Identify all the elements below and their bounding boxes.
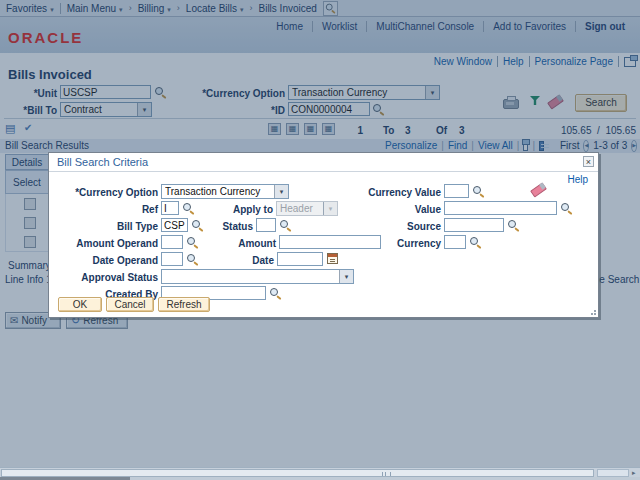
currency-value-label: Currency Value <box>329 186 441 199</box>
dialog-help-link[interactable]: Help <box>567 174 588 185</box>
currency-input[interactable] <box>444 235 466 249</box>
clear-icon[interactable] <box>530 182 547 197</box>
amount-label: Amount <box>179 237 276 250</box>
dialog-title: Bill Search Criteria <box>57 156 148 168</box>
dialog-titlebar: Bill Search Criteria <box>49 153 598 172</box>
approval-status-label: Approval Status <box>49 271 158 284</box>
peoplesoft-window: Favorites Main Menu › Billing › Locate B… <box>0 0 640 480</box>
value-label: Value <box>349 203 441 216</box>
currency-option-select[interactable]: Transaction Currency <box>161 184 289 199</box>
ref-label: Ref <box>49 203 158 216</box>
chevron-down-icon <box>323 202 337 215</box>
source-label: Source <box>349 220 441 233</box>
value-lookup-icon[interactable] <box>561 202 572 213</box>
amount-operand-label: Amount Operand <box>49 237 158 250</box>
source-lookup-icon[interactable] <box>508 219 519 230</box>
date-operand-label: Date Operand <box>49 254 158 267</box>
date-label: Date <box>179 254 274 267</box>
calendar-icon[interactable] <box>327 253 338 264</box>
bill-type-label: Bill Type <box>49 220 158 233</box>
scrollbar-thumb[interactable] <box>1 469 594 477</box>
approval-status-select[interactable] <box>161 269 354 284</box>
chevron-down-icon[interactable] <box>339 270 353 283</box>
source-input[interactable] <box>444 218 504 232</box>
refresh-dialog-button[interactable]: Refresh <box>158 297 210 312</box>
currency-value-input[interactable] <box>444 184 469 198</box>
status-lookup-icon[interactable] <box>280 219 291 230</box>
scroll-right-icon[interactable]: ▸ <box>632 469 636 477</box>
value-input[interactable] <box>444 201 557 215</box>
currency-option-label: *Currency Option <box>49 186 158 199</box>
status-label: Status <box>179 220 253 233</box>
ok-button[interactable]: OK <box>58 297 102 312</box>
currency-value-lookup-icon[interactable] <box>473 185 484 196</box>
close-icon[interactable] <box>583 156 594 167</box>
resize-grip-icon[interactable] <box>588 307 596 315</box>
currency-label: Currency <box>349 237 441 250</box>
date-input[interactable] <box>277 252 323 266</box>
bill-search-criteria-dialog: Bill Search Criteria Help *Currency Opti… <box>48 152 599 318</box>
scrollbar-track-end <box>597 469 629 477</box>
status-input[interactable] <box>256 218 276 232</box>
currency-lookup-icon[interactable] <box>470 236 481 247</box>
scrollbar-grip-icon <box>382 472 391 476</box>
created-by-lookup-icon[interactable] <box>270 287 281 298</box>
cancel-button[interactable]: Cancel <box>106 297 154 312</box>
chevron-down-icon[interactable] <box>274 185 288 198</box>
apply-to-label: Apply to <box>179 203 273 216</box>
ref-input[interactable] <box>161 201 179 215</box>
apply-to-select: Header <box>276 201 338 216</box>
